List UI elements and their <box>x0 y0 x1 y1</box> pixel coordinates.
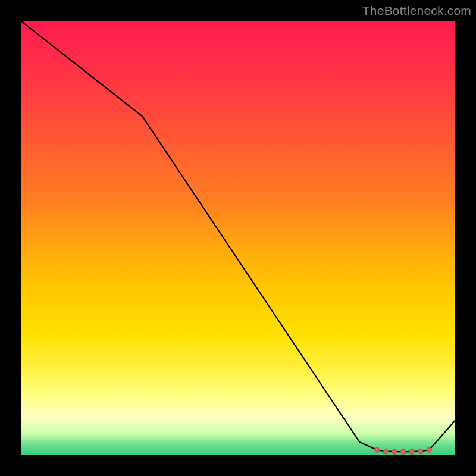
watermark-text: TheBottleneck.com <box>362 4 471 18</box>
chart-marker <box>400 449 405 454</box>
chart-marker <box>409 449 414 454</box>
chart-marker <box>418 449 422 453</box>
chart-curve <box>21 21 455 455</box>
chart-marker <box>374 447 379 452</box>
chart-plot-area <box>21 21 455 455</box>
chart-marker <box>383 449 388 453</box>
chart-marker <box>392 449 397 454</box>
chart-line <box>21 21 455 452</box>
chart-marker <box>427 447 431 452</box>
